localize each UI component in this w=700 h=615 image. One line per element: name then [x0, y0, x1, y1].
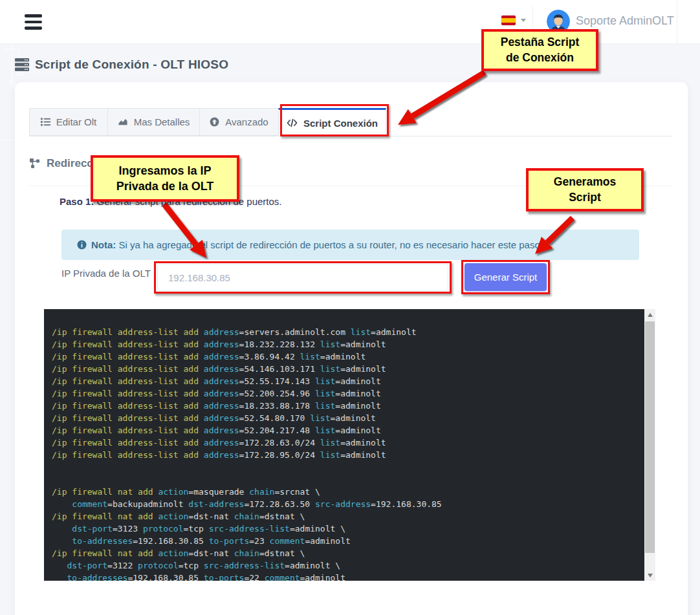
- code-line: /ip firewall address-list add address=52…: [52, 375, 641, 387]
- script-output[interactable]: /ip firewall address-list add address=se…: [44, 309, 655, 581]
- tab-mas-detalles[interactable]: Mas Detalles: [107, 108, 200, 136]
- code-line: to-addresses=192.168.30.85 to-ports=23 c…: [52, 535, 641, 547]
- header-divider: [677, 0, 677, 44]
- user-name[interactable]: Soporte AdminOLT: [576, 14, 674, 28]
- code-line: /ip firewall address-list add address=52…: [52, 412, 641, 424]
- step-description: Generar script para redirección de puert…: [94, 196, 281, 207]
- language-dropdown[interactable]: [501, 16, 526, 25]
- server-icon: [15, 58, 29, 71]
- code-line: /ip firewall nat add action=dst-nat chai…: [52, 510, 641, 523]
- top-navbar: Soporte AdminOLT: [0, 0, 700, 44]
- section-heading: Redirecc: [29, 157, 93, 170]
- code-line: /ip firewall nat add action=masquerade c…: [52, 486, 641, 498]
- section-heading-text: Redirecc: [47, 157, 93, 170]
- sitemap-icon: [29, 158, 41, 169]
- code-line: to-addresses=192.168.30.85 to-ports=22 c…: [52, 572, 641, 581]
- tab-script-conexion[interactable]: Script Conexión: [278, 108, 386, 136]
- code-line: /ip firewall address-list add address=52…: [52, 424, 641, 437]
- ip-input[interactable]: [157, 264, 448, 291]
- code-line: [52, 473, 641, 486]
- code-line: /ip firewall address-list add address=se…: [52, 326, 641, 338]
- code-line: /ip firewall address-list add address=3.…: [52, 351, 641, 363]
- tab-label: Mas Detalles: [134, 116, 190, 127]
- arrow-up-circle-icon: [210, 117, 219, 127]
- tab-avanzado[interactable]: Avanzado: [199, 108, 279, 136]
- callout-line: de Conexión: [484, 50, 596, 66]
- header-divider: [532, 6, 533, 38]
- code-line: dst-port=3123 protocol=tcp src-address-l…: [52, 523, 641, 535]
- divider: [29, 186, 673, 186]
- code-line: /ip firewall nat add action=dst-nat chai…: [52, 547, 641, 559]
- code-line: [52, 461, 641, 473]
- code-line: /ip firewall address-list add address=17…: [52, 449, 641, 461]
- list-icon: [41, 117, 50, 127]
- note-text: Si ya ha agregado el script de redirecci…: [116, 239, 543, 250]
- ip-field-label: IP Privada de la OLT: [61, 268, 151, 279]
- page-title: Script de Conexión - OLT HIOSO: [15, 58, 228, 72]
- tab-bar: Editar Olt Mas Detalles Avanzado Script …: [29, 108, 673, 136]
- step-text: Paso 1: Generar script para redirección …: [60, 196, 282, 207]
- menu-toggle-icon[interactable]: [25, 14, 42, 30]
- code-line: /ip firewall address-list add address=17…: [52, 437, 641, 449]
- code-line: /ip firewall address-list add address=18…: [52, 400, 641, 412]
- note-label: Nota:: [91, 239, 116, 250]
- chevron-down-icon: [521, 19, 526, 22]
- page-title-text: Script de Conexión - OLT HIOSO: [35, 58, 228, 72]
- tab-label: Avanzado: [225, 116, 268, 127]
- code-line: dst-port=3122 protocol=tcp src-address-l…: [52, 559, 641, 572]
- script-code: /ip firewall address-list add address=se…: [52, 326, 641, 581]
- triangle-up-icon: [648, 313, 653, 317]
- tab-label: Editar Olt: [56, 116, 97, 127]
- chart-area-icon: [118, 117, 128, 127]
- scroll-up-button[interactable]: [644, 309, 655, 320]
- generate-script-button[interactable]: Generar Script: [465, 263, 547, 291]
- tab-editar-olt[interactable]: Editar Olt: [29, 108, 108, 136]
- tab-label: Script Conexión: [303, 118, 378, 129]
- code-line: /ip firewall address-list add address=52…: [52, 387, 641, 400]
- app-page: Soporte AdminOLT Script de Conexión - OL…: [0, 0, 700, 615]
- scrollbar-thumb[interactable]: [645, 321, 655, 553]
- user-avatar[interactable]: [547, 10, 570, 33]
- spain-flag-icon: [501, 16, 516, 25]
- triangle-down-icon: [648, 574, 653, 577]
- scroll-down-button[interactable]: [644, 570, 655, 581]
- code-icon: [287, 118, 298, 127]
- info-circle-icon: [77, 240, 87, 250]
- code-line: /ip firewall address-list add address=54…: [52, 363, 641, 375]
- step-label: Paso 1:: [60, 196, 94, 207]
- code-line: /ip firewall address-list add address=18…: [52, 338, 641, 351]
- info-alert: Nota: Si ya ha agregado el script de red…: [61, 230, 639, 260]
- code-scrollbar[interactable]: [644, 309, 655, 581]
- code-line: comment=backupadminolt dst-address=172.2…: [52, 498, 641, 510]
